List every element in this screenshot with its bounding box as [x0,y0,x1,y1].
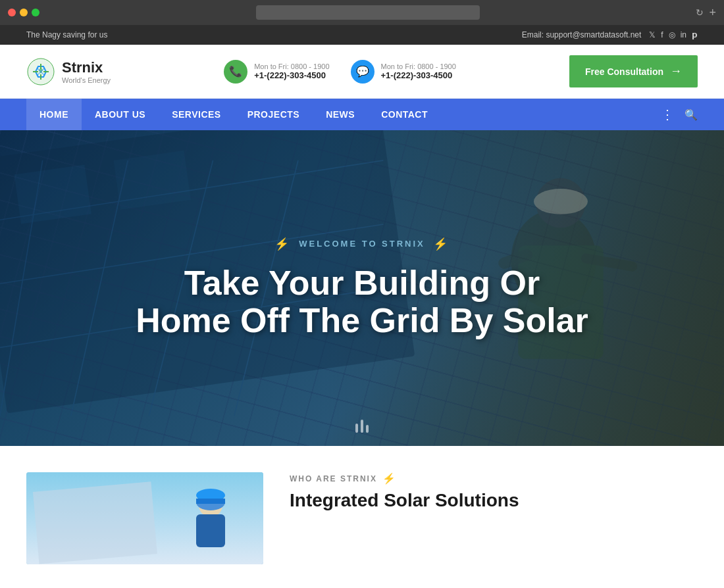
logo-text: Strnix World's Energy [62,59,111,84]
contact-item-chat: 💬 Mon to Fri: 0800 - 1900 +1-(222)-303-4… [351,60,456,84]
pinterest-icon[interactable]: 𝗽 [692,30,698,39]
nav-search-icon[interactable]: 🔍 [685,109,698,121]
hero-subtitle: ⚡ WELCOME TO STRNIX ⚡ [274,237,450,251]
about-eyebrow: WHO ARE STRNIX ⚡ [290,472,698,485]
nav-item-projects[interactable]: PROJECTS [234,99,313,130]
nav-item-services[interactable]: SERVICES [159,99,234,130]
phone-icon: 📞 [224,60,247,84]
facebook-icon[interactable]: f [661,30,663,39]
maximize-button[interactable] [32,9,39,16]
navbar: HOME ABOUT US SERVICES PROJECTS NEWS CON… [0,99,724,130]
nav-item-news[interactable]: NEWS [313,99,368,130]
logo-icon [26,57,55,86]
contact-text-2: Mon to Fri: 0800 - 1900 +1-(222)-303-450… [381,62,456,80]
minimize-button[interactable] [20,9,28,16]
phone1-label: Mon to Fri: 0800 - 1900 [254,62,329,70]
header-contacts: 📞 Mon to Fri: 0800 - 1900 +1-(222)-303-4… [224,60,456,84]
topbar: The Nagy saving for us Email: support@sm… [0,25,724,45]
hero-solar-icon-left: ⚡ [274,237,291,251]
linkedin-icon[interactable]: in [681,30,686,39]
phone2-label: Mon to Fri: 0800 - 1900 [381,62,456,70]
svg-rect-25 [196,499,225,504]
nav-item-about[interactable]: ABOUT US [82,99,159,130]
about-image-svg [26,472,263,564]
logo-tagline: World's Energy [62,76,111,84]
hero-title-line2: Home Off The Grid By Solar [136,301,588,339]
nav-item-contact[interactable]: CONTACT [368,99,441,130]
browser-chrome: Not Secure — smartdatawp.com ↻ + [0,0,724,25]
hero-content: ⚡ WELCOME TO STRNIX ⚡ Take Your Building… [0,130,724,446]
hero-solar-icon-right: ⚡ [433,237,450,251]
about-content: WHO ARE STRNIX ⚡ Integrated Solar Soluti… [290,472,698,511]
close-button[interactable] [8,9,16,16]
social-icons: 𝕏 f ◎ in 𝗽 [649,30,698,39]
phone2-number: +1-(222)-303-4500 [381,70,456,80]
hero-section: ⚡ WELCOME TO STRNIX ⚡ Take Your Building… [0,130,724,446]
refresh-button[interactable]: ↻ [696,7,704,18]
logo-name: Strnix [62,59,111,76]
twitter-icon[interactable]: 𝕏 [649,30,656,39]
browser-actions: ↻ + [696,7,716,18]
nav-right: ⋮ 🔍 [661,107,698,122]
hero-subtitle-text: WELCOME TO STRNIX [299,239,425,249]
svg-rect-20 [33,481,157,564]
nav-item-home[interactable]: HOME [26,99,82,130]
phone1-number: +1-(222)-303-4500 [254,70,329,80]
about-image-inner [26,472,263,564]
nav-more-icon[interactable]: ⋮ [661,107,674,122]
contact-item-phone: 📞 Mon to Fri: 0800 - 1900 +1-(222)-303-4… [224,60,329,84]
about-eyebrow-text: WHO ARE STRNIX [290,474,377,483]
nav-items: HOME ABOUT US SERVICES PROJECTS NEWS CON… [26,99,441,130]
traffic-lights [8,9,39,16]
topbar-tagline: The Nagy saving for us [26,30,107,39]
new-tab-button[interactable]: + [709,7,716,18]
topbar-email: Email: support@smartdatasoft.net [522,30,642,39]
about-image [26,472,263,564]
topbar-right: Email: support@smartdatasoft.net 𝕏 f ◎ i… [522,30,698,39]
logo: Strnix World's Energy [26,57,111,86]
header: Strnix World's Energy 📞 Mon to Fri: 0800… [0,45,724,99]
free-consultation-button[interactable]: Free Consultation → [569,55,698,87]
chat-icon: 💬 [351,60,375,84]
about-eyebrow-icon: ⚡ [382,472,397,485]
cta-arrow-icon: → [670,64,682,78]
about-title: Integrated Solar Solutions [290,490,698,511]
instagram-icon[interactable]: ◎ [669,30,675,39]
svg-rect-23 [196,514,225,547]
address-bar-container: Not Secure — smartdatawp.com [45,5,690,20]
address-input[interactable]: Not Secure — smartdatawp.com [256,5,480,20]
contact-text-1: Mon to Fri: 0800 - 1900 +1-(222)-303-450… [254,62,329,80]
hero-title-line1: Take Your Building Or [184,264,540,302]
hero-title: Take Your Building Or Home Off The Grid … [136,264,588,339]
about-section: WHO ARE STRNIX ⚡ Integrated Solar Soluti… [0,446,724,577]
website-content: The Nagy saving for us Email: support@sm… [0,25,724,588]
cta-label: Free Consultation [585,66,663,77]
